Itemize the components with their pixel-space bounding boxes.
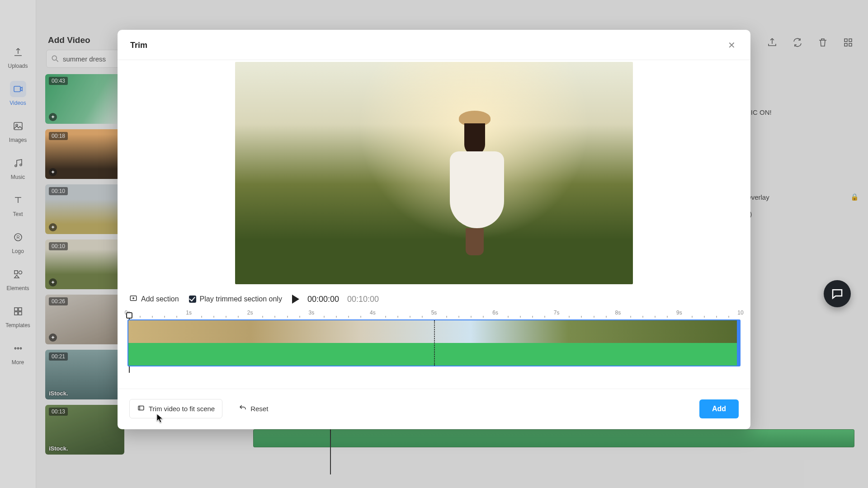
- undo-icon: [239, 404, 247, 413]
- ruler-label: 3s: [308, 310, 314, 316]
- trim-track[interactable]: [127, 319, 741, 366]
- fit-icon: [137, 404, 145, 413]
- trim-timeline: 0s1s2s3s4s5s6s7s8s9s10: [118, 307, 750, 366]
- ruler-label: 1s: [186, 310, 192, 316]
- checkbox-checked-icon: [189, 296, 196, 303]
- reset-label: Reset: [250, 405, 268, 413]
- app-root: Uploads Videos Images Music Text R Logo …: [0, 0, 868, 488]
- playhead-handle[interactable]: [126, 312, 132, 319]
- add-section-icon: [129, 294, 137, 304]
- trim-to-fit-button[interactable]: Trim video to fit scene: [129, 399, 222, 418]
- trim-controls: Add section Play trimmed section only 00…: [118, 286, 750, 307]
- chat-fab[interactable]: [824, 280, 851, 307]
- time-total: 00:10:00: [347, 295, 379, 304]
- close-button[interactable]: ✕: [725, 39, 738, 52]
- reset-button[interactable]: Reset: [231, 399, 275, 418]
- play-trimmed-label: Play trimmed section only: [200, 295, 282, 303]
- ruler-label: 10: [737, 310, 743, 316]
- trim-modal: Trim ✕ Add section Play trimmed section …: [118, 30, 750, 429]
- ruler-label: 9s: [676, 310, 682, 316]
- preview-subject: [450, 111, 500, 246]
- svg-rect-24: [138, 406, 144, 410]
- play-button[interactable]: [292, 295, 299, 304]
- video-preview-area: [118, 60, 750, 286]
- ruler-label: 4s: [370, 310, 376, 316]
- ruler-label: 2s: [247, 310, 253, 316]
- add-button[interactable]: Add: [699, 399, 739, 418]
- play-trimmed-checkbox[interactable]: Play trimmed section only: [189, 295, 282, 303]
- add-section-label: Add section: [141, 295, 179, 303]
- modal-footer: Trim video to fit scene Reset Add: [118, 389, 750, 429]
- ruler-label: 8s: [615, 310, 621, 316]
- ruler-label: 6s: [492, 310, 498, 316]
- video-preview[interactable]: [235, 62, 633, 284]
- scene-split-marker[interactable]: [434, 320, 435, 366]
- add-section-button[interactable]: Add section: [129, 294, 179, 304]
- modal-title: Trim: [130, 41, 147, 50]
- trim-handle-right[interactable]: [737, 319, 741, 366]
- ruler-label: 7s: [554, 310, 560, 316]
- ruler-label: 5s: [431, 310, 437, 316]
- trim-fit-label: Trim video to fit scene: [149, 405, 215, 413]
- time-current: 00:00:00: [307, 295, 339, 304]
- timeline-ruler: 0s1s2s3s4s5s6s7s8s9s10: [127, 310, 741, 319]
